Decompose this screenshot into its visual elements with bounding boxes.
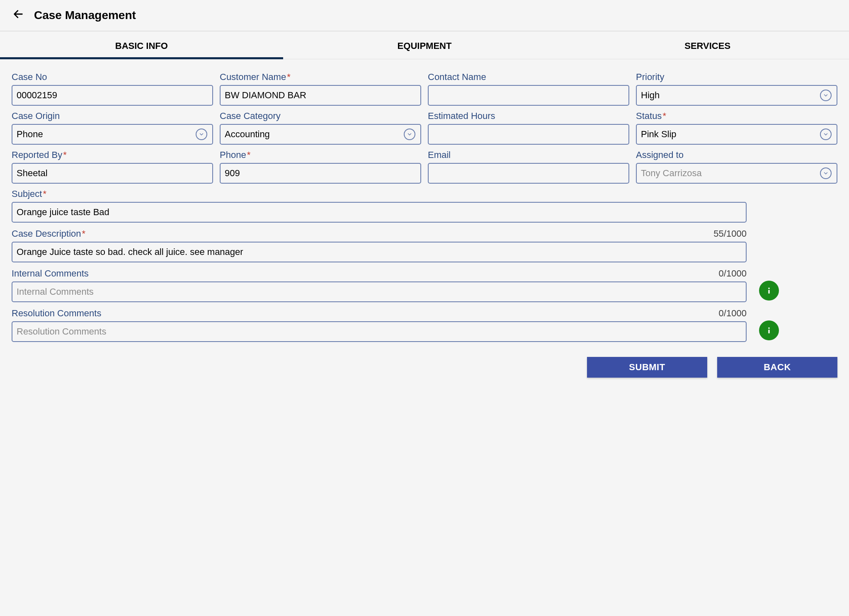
back-button[interactable]: BACK bbox=[717, 357, 837, 378]
reported-by-label: Reported By* bbox=[12, 150, 213, 160]
status-label: Status* bbox=[636, 111, 837, 121]
subject-field: Subject* bbox=[12, 189, 747, 223]
resolution-comments-label: Resolution Comments bbox=[12, 308, 101, 319]
case-description-counter: 55/1000 bbox=[713, 228, 747, 239]
case-origin-value: Phone bbox=[17, 129, 196, 140]
customer-name-input[interactable] bbox=[220, 85, 421, 106]
chevron-down-icon bbox=[820, 90, 832, 101]
assigned-to-value: Tony Carrizosa bbox=[641, 168, 820, 179]
status-select[interactable]: Pink Slip bbox=[636, 124, 837, 145]
form-body: Case No Customer Name* Contact Name Prio… bbox=[0, 59, 849, 394]
reported-by-input[interactable] bbox=[12, 163, 213, 184]
priority-select[interactable]: High bbox=[636, 85, 837, 106]
contact-name-input[interactable] bbox=[428, 85, 629, 106]
internal-comments-input[interactable] bbox=[12, 281, 747, 302]
resolution-comments-field: Resolution Comments 0/1000 bbox=[12, 308, 747, 342]
resolution-comments-counter: 0/1000 bbox=[719, 308, 747, 319]
case-no-input[interactable] bbox=[12, 85, 213, 106]
case-category-label: Case Category bbox=[220, 111, 421, 121]
tab-basic-info[interactable]: BASIC INFO bbox=[0, 32, 283, 59]
priority-label: Priority bbox=[636, 72, 837, 82]
case-category-field: Case Category Accounting bbox=[220, 111, 421, 145]
subject-input[interactable] bbox=[12, 202, 747, 223]
svg-rect-3 bbox=[768, 330, 769, 333]
info-icon[interactable] bbox=[759, 320, 779, 340]
customer-name-label: Customer Name* bbox=[220, 72, 421, 82]
button-row: SUBMIT BACK bbox=[12, 357, 837, 378]
email-field: Email bbox=[428, 150, 629, 184]
email-input[interactable] bbox=[428, 163, 629, 184]
page-title: Case Management bbox=[34, 9, 136, 22]
email-label: Email bbox=[428, 150, 629, 160]
status-field: Status* Pink Slip bbox=[636, 111, 837, 145]
chevron-down-icon bbox=[196, 129, 207, 140]
case-category-select[interactable]: Accounting bbox=[220, 124, 421, 145]
phone-label: Phone* bbox=[220, 150, 421, 160]
assigned-to-select[interactable]: Tony Carrizosa bbox=[636, 163, 837, 184]
priority-value: High bbox=[641, 90, 820, 101]
case-no-label: Case No bbox=[12, 72, 213, 82]
resolution-comments-input[interactable] bbox=[12, 321, 747, 342]
assigned-to-label: Assigned to bbox=[636, 150, 837, 160]
case-description-input[interactable] bbox=[12, 242, 747, 262]
phone-input[interactable] bbox=[220, 163, 421, 184]
submit-button[interactable]: SUBMIT bbox=[587, 357, 707, 378]
svg-rect-1 bbox=[768, 290, 769, 293]
contact-name-label: Contact Name bbox=[428, 72, 629, 82]
svg-point-2 bbox=[768, 327, 770, 329]
phone-field: Phone* bbox=[220, 150, 421, 184]
info-icon[interactable] bbox=[759, 281, 779, 301]
reported-by-field: Reported By* bbox=[12, 150, 213, 184]
status-value: Pink Slip bbox=[641, 129, 820, 140]
tabs: BASIC INFO EQUIPMENT SERVICES bbox=[0, 32, 849, 59]
tab-label: EQUIPMENT bbox=[398, 41, 452, 51]
assigned-to-field: Assigned to Tony Carrizosa bbox=[636, 150, 837, 184]
priority-field: Priority High bbox=[636, 72, 837, 106]
case-origin-field: Case Origin Phone bbox=[12, 111, 213, 145]
contact-name-field: Contact Name bbox=[428, 72, 629, 106]
internal-comments-counter: 0/1000 bbox=[719, 268, 747, 279]
tab-label: SERVICES bbox=[684, 41, 730, 51]
estimated-hours-label: Estimated Hours bbox=[428, 111, 629, 121]
tab-services[interactable]: SERVICES bbox=[566, 32, 849, 59]
chevron-down-icon bbox=[820, 129, 832, 140]
estimated-hours-field: Estimated Hours bbox=[428, 111, 629, 145]
subject-label: Subject* bbox=[12, 189, 747, 199]
header: Case Management bbox=[0, 0, 849, 32]
back-arrow-icon[interactable] bbox=[12, 8, 24, 22]
case-category-value: Accounting bbox=[225, 129, 404, 140]
case-description-label: Case Description* bbox=[12, 228, 85, 239]
internal-comments-label: Internal Comments bbox=[12, 268, 89, 279]
svg-point-0 bbox=[768, 288, 770, 289]
case-description-field: Case Description* 55/1000 bbox=[12, 228, 747, 262]
estimated-hours-input[interactable] bbox=[428, 124, 629, 145]
tab-equipment[interactable]: EQUIPMENT bbox=[283, 32, 566, 59]
case-no-field: Case No bbox=[12, 72, 213, 106]
chevron-down-icon bbox=[820, 167, 832, 179]
internal-comments-field: Internal Comments 0/1000 bbox=[12, 268, 747, 302]
case-origin-select[interactable]: Phone bbox=[12, 124, 213, 145]
tab-label: BASIC INFO bbox=[115, 41, 168, 51]
case-origin-label: Case Origin bbox=[12, 111, 213, 121]
customer-name-field: Customer Name* bbox=[220, 72, 421, 106]
chevron-down-icon bbox=[404, 129, 415, 140]
